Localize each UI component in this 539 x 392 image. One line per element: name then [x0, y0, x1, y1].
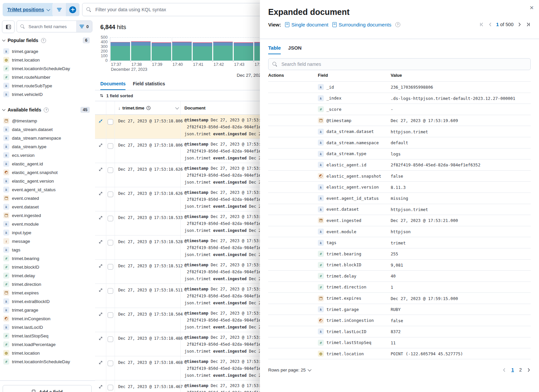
field-item[interactable]: #trimet.blockID — [3, 263, 92, 271]
row-checkbox[interactable] — [108, 288, 113, 294]
table-row[interactable]: kevent.datasethttpjson.trimet — [268, 204, 531, 215]
filter-menu-button[interactable] — [52, 3, 66, 16]
collapse-document-button[interactable] — [95, 115, 106, 139]
field-item[interactable]: ktrimet.extraBlockID — [3, 297, 92, 306]
table-row[interactable]: #trimet.bearing255 — [268, 248, 531, 259]
field-item[interactable]: kdata_stream.namespace — [3, 134, 92, 142]
field-item[interactable]: kecs.version — [3, 151, 92, 159]
row-checkbox[interactable] — [108, 216, 113, 221]
field-item[interactable]: ktrimet.garage — [3, 306, 92, 314]
table-row[interactable]: Dec 27, 2023 @ 17:53:18.511@timestamp De… — [95, 284, 260, 308]
field-item[interactable]: kevent.module — [3, 220, 92, 228]
field-item[interactable]: #trimet.routeNumber — [3, 73, 92, 81]
field-item[interactable]: kelastic_agent.id — [3, 159, 92, 168]
sidebar-field-search[interactable]: 0 — [17, 21, 92, 32]
table-row[interactable]: kevent.agent_id_statusmissing — [268, 193, 531, 204]
expand-document-button[interactable] — [95, 187, 106, 211]
page-button-2[interactable]: 2 — [519, 367, 522, 372]
tab-documents[interactable]: Documents — [100, 81, 125, 90]
field-filter-button[interactable]: 0 — [76, 21, 92, 32]
flyout-tab-table[interactable]: Table — [268, 45, 281, 54]
last-document-button[interactable] — [526, 22, 531, 27]
histogram-bar[interactable] — [254, 42, 260, 61]
table-row[interactable]: kdata_stream.namespacedefault — [268, 137, 531, 148]
table-row[interactable]: #trimet.blockID9,081 — [268, 259, 531, 271]
row-checkbox[interactable] — [108, 264, 113, 270]
field-item[interactable]: ktrimet.routeSubType — [3, 81, 92, 90]
value-column-header[interactable]: Value — [391, 73, 402, 78]
tab-field-statistics[interactable]: Field statistics — [133, 81, 165, 90]
previous-document-button[interactable] — [488, 22, 492, 27]
collapse-sidebar-button[interactable] — [2, 21, 15, 33]
field-item[interactable]: kevent.dataset — [3, 202, 92, 211]
histogram-bar[interactable] — [111, 42, 130, 61]
row-checkbox[interactable] — [108, 361, 113, 366]
histogram-bar[interactable] — [131, 41, 151, 61]
field-item[interactable]: event.ingested — [3, 211, 92, 220]
histogram-bar[interactable] — [172, 42, 192, 61]
table-row[interactable]: kdata_stream.typelogs — [268, 148, 531, 159]
section-header-popular[interactable]: Popular fields?6 — [3, 36, 92, 44]
field-item[interactable]: #trimet.loadPercentage — [3, 340, 92, 349]
flyout-tab-json[interactable]: JSON — [288, 45, 302, 54]
actions-column-header[interactable]: Actions — [268, 73, 284, 78]
expand-document-button[interactable] — [95, 284, 106, 308]
table-row[interactable]: event.ingestedDec 27, 2023 @ 17:53:21.00… — [268, 215, 531, 226]
table-row[interactable]: #_score- — [268, 104, 531, 115]
table-row[interactable]: k_index.ds-logs-httpjson.trimet-default-… — [268, 93, 531, 104]
table-row[interactable]: elastic_agent.snapshotfalse — [268, 170, 531, 182]
expand-document-button[interactable] — [95, 332, 106, 356]
row-checkbox[interactable] — [108, 385, 113, 390]
section-header-available[interactable]: Available fields?45 — [3, 106, 92, 114]
rows-per-page-button[interactable]: Rows per page: 25 — [268, 368, 311, 372]
field-column-header[interactable]: Field — [318, 73, 328, 78]
table-row[interactable]: #trimet.lastStopSeq11 — [268, 337, 531, 348]
next-page-button[interactable] — [527, 368, 531, 372]
histogram-bar[interactable] — [152, 42, 171, 61]
sorted-fields-button[interactable]: 1 field sorted — [95, 90, 260, 101]
add-filter-button[interactable] — [66, 3, 79, 16]
flyout-field-search[interactable] — [268, 58, 531, 70]
field-item[interactable]: kinput.type — [3, 228, 92, 237]
help-icon[interactable]: ? — [395, 22, 400, 27]
histogram-bar[interactable] — [213, 42, 233, 61]
table-row[interactable]: #trimet.direction1 — [268, 282, 531, 293]
field-item[interactable]: kevent.agent_id_status — [3, 185, 92, 194]
table-row[interactable]: ktagstrimet — [268, 237, 531, 248]
table-row[interactable]: kelastic_agent.version8.11.3 — [268, 181, 531, 193]
table-row[interactable]: #trimet.delay40 — [268, 270, 531, 282]
field-item[interactable]: ktags — [3, 245, 92, 254]
table-row[interactable]: kdata_stream.datasethttpjson.trimet — [268, 126, 531, 137]
single-document-link[interactable]: Single document — [285, 22, 328, 27]
field-item[interactable]: ktrimet.lastLocID — [3, 323, 92, 331]
field-item[interactable]: #trimet.locationInScheduleDay — [3, 357, 92, 366]
expand-document-button[interactable] — [95, 163, 106, 187]
column-menu-chevron-icon[interactable] — [175, 106, 179, 109]
expand-document-button[interactable] — [95, 260, 106, 283]
flyout-search-input[interactable] — [281, 61, 526, 67]
table-row[interactable]: Dec 27, 2023 @ 17:53:18.504@timestamp De… — [95, 308, 260, 332]
field-item[interactable]: #trimet.direction — [3, 280, 92, 288]
histogram-bar[interactable] — [234, 42, 253, 61]
next-document-button[interactable] — [518, 22, 522, 27]
table-row[interactable]: Dec 27, 2023 @ 17:53:18.806@timestamp De… — [95, 139, 260, 163]
field-item[interactable]: ktrimet.garage — [3, 47, 92, 56]
field-item[interactable]: ktrimet.vehicleID — [3, 90, 92, 99]
table-row[interactable]: ktrimet.lastLocID8372 — [268, 326, 531, 337]
table-row[interactable]: trimet.expiresDec 27, 2023 @ 17:59:15.00… — [268, 292, 531, 304]
table-row[interactable]: Dec 27, 2023 @ 17:53:18.467@timestamp De… — [95, 380, 260, 392]
help-icon[interactable]: ? — [44, 108, 49, 112]
table-row[interactable]: Dec 27, 2023 @ 17:53:18.486@timestamp De… — [95, 332, 260, 356]
document-column-header[interactable]: Document — [181, 101, 260, 114]
field-item[interactable]: tmessage — [3, 237, 92, 245]
field-item[interactable]: elastic_agent.snapshot — [3, 168, 92, 177]
expand-document-button[interactable] — [95, 139, 106, 163]
first-document-button[interactable] — [479, 22, 484, 27]
row-checkbox[interactable] — [108, 192, 113, 197]
field-item[interactable]: trimet.inCongestion — [3, 314, 92, 323]
surrounding-documents-link[interactable]: Surrounding documents — [332, 22, 391, 27]
field-search-input[interactable] — [28, 24, 76, 29]
table-row[interactable]: Dec 27, 2023 @ 17:53:18.533@timestamp De… — [95, 211, 260, 236]
histogram-bar[interactable] — [193, 42, 212, 61]
table-row[interactable]: trimet.inCongestionfalse — [268, 315, 531, 326]
